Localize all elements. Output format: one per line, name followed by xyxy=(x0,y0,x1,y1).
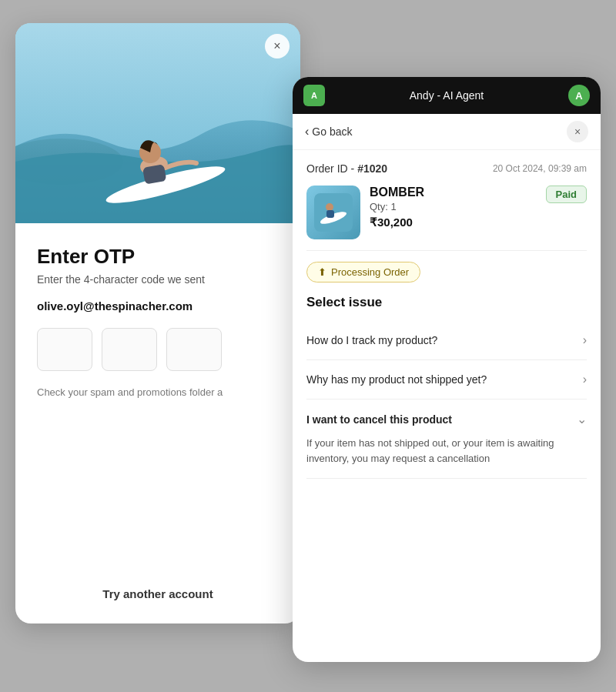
top-bar-label: Andy - AI Agent xyxy=(410,89,484,102)
product-qty: Qty: 1 xyxy=(370,201,537,212)
product-price: ₹30,200 xyxy=(370,216,537,229)
top-bar-avatar: A xyxy=(568,85,590,106)
otp-input-1[interactable] xyxy=(37,328,92,371)
nav-bar: ‹ Go back × xyxy=(293,114,601,150)
product-name: BOMBER xyxy=(370,186,537,199)
order-header: Order ID - #1020 20 Oct 2024, 09:39 am xyxy=(306,162,587,175)
product-info: BOMBER Qty: 1 ₹30,200 xyxy=(370,186,537,229)
issue-track-label: How do I track my product? xyxy=(306,334,437,346)
otp-email: olive.oyl@thespinacher.com xyxy=(37,299,279,313)
issue-item-shipped[interactable]: Why has my product not shipped yet? › xyxy=(306,360,587,399)
otp-card: × Enter OTP Enter the 4-character code w… xyxy=(15,23,300,623)
order-id-value: #1020 xyxy=(357,162,387,175)
order-card: A Andy - AI Agent A ‹ Go back × Order ID… xyxy=(293,77,601,662)
issue-cancel-expanded: If your item has not shipped out, or you… xyxy=(306,430,587,479)
go-back-label: Go back xyxy=(312,125,352,138)
top-bar: A Andy - AI Agent A xyxy=(293,77,601,114)
svg-rect-9 xyxy=(326,210,334,218)
issue-cancel-text: If your item has not shipped out, or you… xyxy=(306,436,587,466)
issue-item-cancel[interactable]: I want to cancel this product ⌄ xyxy=(306,399,587,430)
hero-image xyxy=(15,23,300,223)
status-badge-row: ⬆ Processing Order xyxy=(306,262,587,282)
go-back-button[interactable]: ‹ Go back xyxy=(305,125,352,139)
otp-title: Enter OTP xyxy=(37,245,279,269)
product-row: BOMBER Qty: 1 ₹30,200 Paid xyxy=(306,186,587,251)
try-another-account[interactable]: Try another account xyxy=(102,587,213,600)
back-arrow-icon: ‹ xyxy=(305,125,309,139)
otp-inputs xyxy=(37,328,279,371)
issue-shipped-label: Why has my product not shipped yet? xyxy=(306,373,487,386)
svg-point-8 xyxy=(326,203,333,211)
issue-shipped-chevron: › xyxy=(583,373,587,386)
otp-body: Enter OTP Enter the 4-character code we … xyxy=(15,223,300,436)
otp-spam-note: Check your spam and promotions folder a xyxy=(37,386,279,398)
order-id: Order ID - #1020 xyxy=(306,162,387,175)
processing-icon: ⬆ xyxy=(318,266,326,278)
select-issue-title: Select issue xyxy=(306,295,587,310)
top-bar-logo: A xyxy=(303,85,325,106)
close-order-button[interactable]: × xyxy=(567,121,588,142)
issue-track-chevron: › xyxy=(583,333,587,347)
issue-cancel-chevron: ⌄ xyxy=(577,412,587,426)
paid-badge: Paid xyxy=(546,186,587,203)
close-otp-button[interactable]: × xyxy=(265,34,290,59)
order-date: 20 Oct 2024, 09:39 am xyxy=(493,163,587,174)
issue-cancel-label: I want to cancel this product xyxy=(306,413,452,426)
processing-badge: ⬆ Processing Order xyxy=(306,262,420,282)
issue-item-track[interactable]: How do I track my product? › xyxy=(306,321,587,360)
order-content: Order ID - #1020 20 Oct 2024, 09:39 am B… xyxy=(293,150,601,655)
processing-label: Processing Order xyxy=(331,266,409,278)
otp-input-3[interactable] xyxy=(166,328,222,371)
product-image xyxy=(306,186,360,239)
otp-input-2[interactable] xyxy=(102,328,157,371)
otp-subtitle: Enter the 4-character code we sent xyxy=(37,273,279,286)
